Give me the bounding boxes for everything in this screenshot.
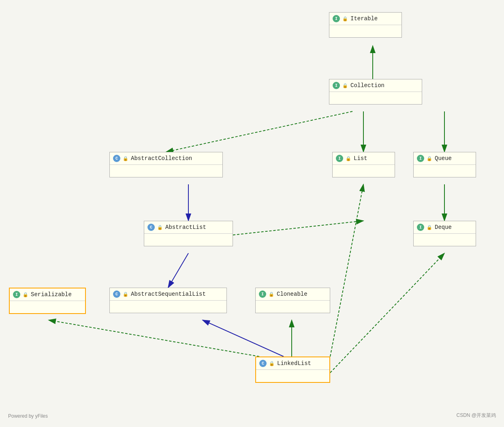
node-list-body [333, 165, 395, 177]
node-cloneable-body [256, 301, 330, 313]
lock-abstractsequentiallist: 🔒 [123, 292, 128, 297]
arrows-svg [0, 0, 504, 427]
node-collection-body [329, 92, 422, 104]
lock-abstractlist: 🔒 [157, 225, 163, 230]
node-queue-body [414, 165, 476, 177]
node-iterable-label: Iterable [350, 15, 378, 22]
node-cloneable-label: Cloneable [277, 291, 308, 297]
node-abstractsequentiallist[interactable]: C 🔒 AbstractSequentialList [109, 288, 227, 313]
lock-serializable: 🔒 [23, 292, 28, 297]
svg-line-9 [203, 320, 284, 357]
node-queue-label: Queue [435, 155, 452, 162]
node-list[interactable]: I 🔒 List [332, 152, 395, 177]
watermark-right: CSDN @开发菜鸡 [456, 412, 496, 419]
node-linkedlist-label: LinkedList [277, 360, 311, 367]
node-list-label: List [354, 155, 367, 162]
node-deque-header: I 🔒 Deque [414, 221, 476, 234]
icon-i-collection: I [333, 82, 340, 89]
node-list-header: I 🔒 List [333, 152, 395, 165]
node-abstractlist-body [144, 234, 233, 246]
node-queue-header: I 🔒 Queue [414, 152, 476, 165]
lock-collection: 🔒 [342, 83, 348, 88]
icon-c-abstractsequentiallist: C [113, 290, 120, 298]
icon-c-abstractcollection: C [113, 155, 120, 162]
node-collection[interactable]: I 🔒 Collection [329, 79, 422, 105]
icon-i-iterable: I [333, 15, 340, 22]
node-deque-body [414, 234, 476, 246]
node-abstractsequentiallist-header: C 🔒 AbstractSequentialList [110, 288, 226, 301]
icon-i-list: I [336, 155, 343, 162]
node-serializable-body [10, 301, 85, 313]
lock-deque: 🔒 [427, 225, 432, 230]
node-cloneable-header: I 🔒 Cloneable [256, 288, 330, 301]
node-serializable-header: I 🔒 Serializable [10, 288, 85, 301]
icon-c-linkedlist: C [259, 360, 267, 367]
node-collection-header: I 🔒 Collection [329, 79, 422, 92]
lock-abstractcollection: 🔒 [123, 156, 128, 161]
node-abstractcollection-header: C 🔒 AbstractCollection [110, 152, 222, 165]
lock-queue: 🔒 [427, 156, 432, 161]
node-abstractsequentiallist-label: AbstractSequentialList [131, 291, 206, 297]
node-abstractlist-header: C 🔒 AbstractList [144, 221, 233, 234]
node-linkedlist-body [256, 370, 329, 382]
node-deque[interactable]: I 🔒 Deque [413, 221, 476, 246]
node-deque-label: Deque [435, 224, 452, 231]
node-abstractcollection-label: AbstractCollection [131, 155, 192, 162]
lock-list: 🔒 [346, 156, 351, 161]
icon-i-serializable: I [13, 291, 20, 298]
diagram-container: I 🔒 Iterable I 🔒 Collection C 🔒 Abstract… [0, 0, 504, 427]
node-abstractcollection-body [110, 165, 222, 177]
node-iterable[interactable]: I 🔒 Iterable [329, 12, 402, 38]
node-serializable[interactable]: I 🔒 Serializable [9, 288, 86, 314]
icon-i-queue: I [417, 155, 424, 162]
node-abstractlist[interactable]: C 🔒 AbstractList [144, 221, 233, 246]
icon-i-cloneable: I [259, 290, 266, 298]
node-abstractsequentiallist-body [110, 301, 226, 313]
node-linkedlist-header: C 🔒 LinkedList [256, 357, 329, 370]
node-linkedlist[interactable]: C 🔒 LinkedList [255, 357, 330, 383]
node-collection-label: Collection [350, 82, 384, 89]
watermark-left: Powered by yFiles [8, 413, 48, 419]
icon-i-deque: I [417, 224, 424, 231]
node-cloneable[interactable]: I 🔒 Cloneable [255, 288, 330, 313]
svg-line-7 [168, 253, 188, 288]
node-iterable-body [329, 25, 401, 37]
lock-iterable: 🔒 [342, 16, 348, 21]
lock-cloneable: 🔒 [269, 292, 274, 297]
lock-linkedlist: 🔒 [269, 361, 275, 366]
node-iterable-header: I 🔒 Iterable [329, 13, 401, 25]
node-serializable-label: Serializable [31, 291, 72, 298]
node-abstractcollection[interactable]: C 🔒 AbstractCollection [109, 152, 223, 177]
icon-c-abstractlist: C [147, 224, 155, 231]
node-abstractlist-label: AbstractList [165, 224, 206, 231]
node-queue[interactable]: I 🔒 Queue [413, 152, 476, 177]
